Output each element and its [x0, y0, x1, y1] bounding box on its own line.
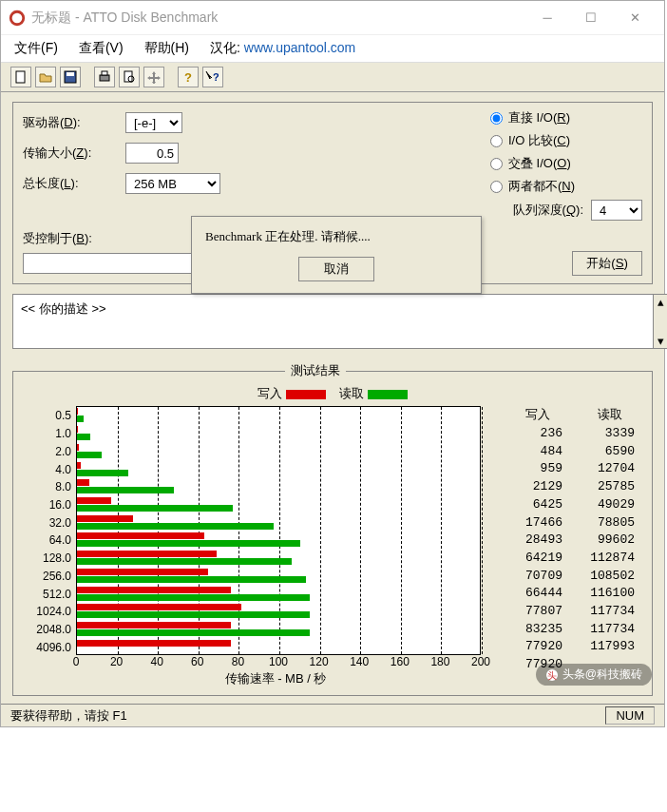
drive-select[interactable]: [-e-]: [125, 112, 182, 133]
svg-point-0: [10, 11, 24, 25]
svg-rect-4: [100, 75, 109, 81]
len-label: 总长度(L):: [23, 175, 125, 192]
title-bar: 无标题 - ATTO Disk Benchmark ─ ☐ ✕: [1, 1, 664, 35]
print-icon[interactable]: [94, 67, 115, 87]
toolbar: ? ?: [1, 62, 664, 92]
help-icon[interactable]: ?: [178, 67, 199, 87]
status-num: NUM: [605, 706, 655, 725]
progress-dialog: Benchmark 正在处理. 请稍候.... 取消: [191, 216, 482, 294]
scrollbar[interactable]: ▴▾: [653, 294, 667, 349]
menu-bar: 文件(F) 查看(V) 帮助(H) 汉化: www.upantool.com: [1, 35, 664, 62]
whatsthis-icon[interactable]: ?: [202, 67, 223, 87]
radio-neither[interactable]: [490, 181, 503, 193]
len-select[interactable]: 256 MB: [125, 173, 220, 194]
description-box[interactable]: << 你的描述 >> ▴▾: [12, 294, 653, 349]
qd-label: 队列深度(Q):: [513, 202, 583, 219]
watermark: 头 头条@科技搬砖: [536, 664, 652, 686]
start-button[interactable]: 开始(S): [572, 251, 642, 276]
results-group: 测试结果 写入 读取 0.51.02.04.08.016.032.064.012…: [12, 362, 653, 696]
loc-link[interactable]: www.upantool.com: [244, 40, 356, 55]
radio-overlap[interactable]: [490, 158, 503, 170]
radio-direct[interactable]: [490, 112, 503, 125]
save-icon[interactable]: [60, 67, 81, 87]
svg-text:头: 头: [547, 670, 557, 681]
status-help: 要获得帮助，请按 F1: [10, 707, 127, 725]
status-bar: 要获得帮助，请按 F1 NUM: [1, 704, 664, 726]
chart: 0.51.02.04.08.016.032.064.0128.0256.0512…: [19, 406, 498, 693]
watermark-icon: 头: [545, 668, 559, 682]
menu-file[interactable]: 文件(F): [14, 40, 58, 57]
menu-help[interactable]: 帮助(H): [144, 40, 189, 57]
new-icon[interactable]: [10, 67, 31, 87]
svg-rect-5: [102, 71, 107, 75]
svg-text:?: ?: [213, 71, 219, 83]
minimize-button[interactable]: ─: [525, 4, 569, 32]
scroll-down-icon[interactable]: ▾: [657, 334, 664, 348]
dialog-message: Benchmark 正在处理. 请稍候....: [205, 228, 467, 245]
move-icon[interactable]: [143, 67, 164, 87]
scroll-up-icon[interactable]: ▴: [657, 295, 664, 309]
svg-rect-1: [16, 71, 25, 83]
xfer-label: 传输大小(Z):: [23, 145, 125, 162]
cancel-button[interactable]: 取消: [298, 257, 374, 281]
io-mode-radios: 直接 I/O(R) I/O 比较(C) 交叠 I/O(O) 两者都不(N): [490, 106, 642, 198]
qd-select[interactable]: 4: [591, 200, 642, 221]
maximize-button[interactable]: ☐: [569, 4, 613, 32]
menu-view[interactable]: 查看(V): [79, 40, 124, 57]
xfer-input[interactable]: [125, 143, 179, 164]
close-button[interactable]: ✕: [613, 4, 657, 32]
data-columns: 写入读取 23633394846590959127042129257856425…: [498, 406, 646, 693]
drive-label: 驱动器(D):: [23, 114, 125, 131]
app-icon: [9, 10, 26, 27]
preview-icon[interactable]: [119, 67, 140, 87]
open-icon[interactable]: [35, 67, 56, 87]
results-title: 测试结果: [285, 362, 346, 379]
svg-rect-3: [67, 72, 74, 76]
loc-label: 汉化:: [210, 40, 240, 55]
chart-xlabel: 传输速率 - MB / 秒: [53, 670, 498, 687]
window-title: 无标题 - ATTO Disk Benchmark: [31, 10, 525, 27]
chart-legend: 写入 读取: [19, 385, 646, 406]
radio-compare[interactable]: [490, 135, 503, 147]
controlled-label: 受控制于(B):: [23, 231, 92, 245]
